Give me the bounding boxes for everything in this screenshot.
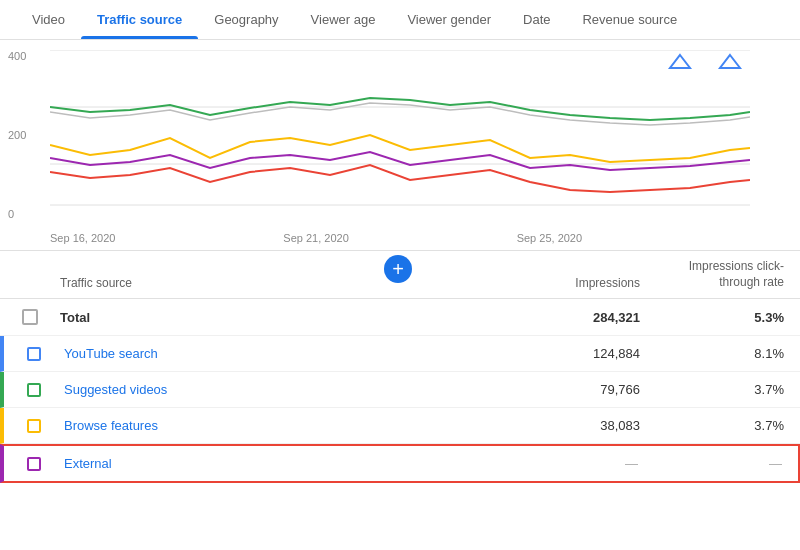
impressions-column-header: Impressions [530,276,660,290]
x-axis: Sep 16, 2020 Sep 21, 2020 Sep 25, 2020 [50,232,750,244]
youtube-search-label[interactable]: YouTube search [64,346,530,361]
chart-area: 400 200 0 Sep 16, 2020 Sep 21, 2020 Sep … [0,40,800,250]
suggested-videos-row: Suggested videos 79,766 3.7% [0,372,800,408]
external-impressions: — [528,456,658,471]
line-chart [50,50,750,220]
svg-marker-5 [720,55,740,68]
browse-features-ctr: 3.7% [660,418,800,433]
x-label-sep16: Sep 16, 2020 [50,232,115,244]
browse-features-label[interactable]: Browse features [64,418,530,433]
total-impressions: 284,321 [530,310,660,325]
tab-viewer-gender[interactable]: Viewer gender [391,0,507,39]
traffic-source-table: + Traffic source Impressions Impressions… [0,250,800,483]
y-label-400: 400 [8,50,26,62]
browse-features-color[interactable] [27,419,41,433]
youtube-search-color[interactable] [27,347,41,361]
add-column-button[interactable]: + [384,255,412,283]
external-row: External — — [0,444,800,483]
source-column-header: Traffic source [0,276,530,290]
tab-revenue-source[interactable]: Revenue source [566,0,693,39]
x-label-sep21: Sep 21, 2020 [283,232,348,244]
y-axis: 400 200 0 [8,50,26,220]
y-label-200: 200 [8,129,26,141]
tab-video[interactable]: Video [16,0,81,39]
browse-features-checkbox-area [4,419,64,433]
total-label: Total [60,310,530,325]
total-checkbox-area [0,309,60,325]
external-ctr: — [658,456,798,471]
tab-traffic-source[interactable]: Traffic source [81,0,198,39]
tab-viewer-age[interactable]: Viewer age [295,0,392,39]
youtube-search-checkbox-area [4,347,64,361]
youtube-search-impressions: 124,884 [530,346,660,361]
total-row: Total 284,321 5.3% [0,299,800,336]
svg-marker-4 [670,55,690,68]
suggested-videos-impressions: 79,766 [530,382,660,397]
total-checkbox[interactable] [22,309,38,325]
suggested-videos-color[interactable] [27,383,41,397]
browse-features-impressions: 38,083 [530,418,660,433]
x-label-sep25: Sep 25, 2020 [517,232,582,244]
suggested-videos-ctr: 3.7% [660,382,800,397]
external-color[interactable] [27,457,41,471]
y-label-0: 0 [8,208,26,220]
tab-bar: Video Traffic source Geography Viewer ag… [0,0,800,40]
external-label[interactable]: External [64,456,528,471]
youtube-search-row: YouTube search 124,884 8.1% [0,336,800,372]
external-checkbox-area [4,457,64,471]
suggested-videos-checkbox-area [4,383,64,397]
browse-features-row: Browse features 38,083 3.7% [0,408,800,444]
tab-date[interactable]: Date [507,0,566,39]
suggested-videos-label[interactable]: Suggested videos [64,382,530,397]
total-ctr: 5.3% [660,310,800,325]
table-header: + Traffic source Impressions Impressions… [0,251,800,299]
youtube-search-ctr: 8.1% [660,346,800,361]
tab-geography[interactable]: Geography [198,0,294,39]
ctr-column-header: Impressions click-through rate [660,259,800,290]
